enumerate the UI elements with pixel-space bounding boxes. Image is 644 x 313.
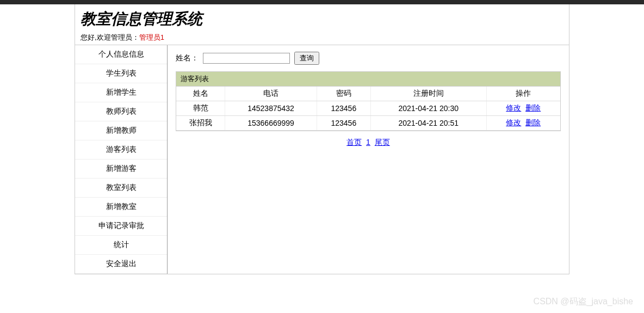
- main-area: 姓名： 查询 游客列表 姓名 电话 密码 注册时间 操作: [168, 45, 569, 274]
- sidebar-item-add-classroom[interactable]: 新增教室: [75, 198, 167, 217]
- sidebar-item-approval[interactable]: 申请记录审批: [75, 217, 167, 236]
- edit-link[interactable]: 修改: [506, 103, 521, 112]
- header: 教室信息管理系统 您好,欢迎管理员：管理员1: [75, 4, 569, 45]
- th-time: 注册时间: [370, 87, 486, 101]
- th-password: 密码: [317, 87, 370, 101]
- search-row: 姓名： 查询: [176, 52, 561, 65]
- sidebar-item-add-student[interactable]: 新增学生: [75, 83, 167, 102]
- welcome-text: 您好,欢迎管理员：管理员1: [81, 33, 564, 44]
- cell-action: 修改 删除: [486, 101, 560, 116]
- first-page-link[interactable]: 首页: [346, 138, 362, 146]
- cell-phone: 14523875432: [225, 101, 317, 116]
- th-action: 操作: [486, 87, 560, 101]
- sidebar-item-add-teacher[interactable]: 新增教师: [75, 121, 167, 140]
- table-row: 张招我 15366669999 123456 2021-04-21 20:51 …: [176, 116, 560, 131]
- table-row: 韩范 14523875432 123456 2021-04-21 20:30 修…: [176, 101, 560, 116]
- cell-time: 2021-04-21 20:51: [370, 116, 486, 131]
- table-header-row: 姓名 电话 密码 注册时间 操作: [176, 87, 560, 101]
- browser-tab-bar: [0, 0, 644, 4]
- cell-password: 123456: [317, 116, 370, 131]
- cell-phone: 15366669999: [225, 116, 317, 131]
- delete-link[interactable]: 删除: [525, 118, 541, 127]
- cell-action: 修改 删除: [486, 116, 560, 131]
- cell-name: 韩范: [176, 101, 225, 116]
- search-label: 姓名：: [176, 53, 199, 62]
- sidebar-item-classroom-list[interactable]: 教室列表: [75, 179, 167, 198]
- cell-password: 123456: [317, 101, 370, 116]
- visitor-table: 姓名 电话 密码 注册时间 操作 韩范 14523875432 123456 2: [176, 87, 560, 131]
- page-title: 教室信息管理系统: [81, 9, 564, 29]
- sidebar-item-teacher-list[interactable]: 教师列表: [75, 102, 167, 121]
- edit-link[interactable]: 修改: [506, 118, 521, 127]
- content-area: 个人信息信息 学生列表 新增学生 教师列表 新增教师 游客列表 新增游客 教室列…: [75, 45, 569, 274]
- welcome-prefix: 您好,欢迎管理员：: [81, 33, 139, 41]
- sidebar-item-statistics[interactable]: 统计: [75, 236, 167, 255]
- sidebar: 个人信息信息 学生列表 新增学生 教师列表 新增教师 游客列表 新增游客 教室列…: [75, 45, 168, 274]
- last-page-link[interactable]: 尾页: [375, 138, 390, 146]
- cell-name: 张招我: [176, 116, 225, 131]
- table-container: 游客列表 姓名 电话 密码 注册时间 操作 韩范: [176, 71, 561, 131]
- sidebar-item-personal-info[interactable]: 个人信息信息: [75, 45, 167, 64]
- delete-link[interactable]: 删除: [525, 103, 541, 112]
- search-button[interactable]: 查询: [294, 52, 319, 65]
- sidebar-item-student-list[interactable]: 学生列表: [75, 64, 167, 83]
- main-container: 教室信息管理系统 您好,欢迎管理员：管理员1 个人信息信息 学生列表 新增学生 …: [75, 4, 569, 274]
- table-title: 游客列表: [176, 72, 560, 87]
- th-phone: 电话: [225, 87, 317, 101]
- sidebar-item-add-visitor[interactable]: 新增游客: [75, 159, 167, 179]
- sidebar-item-logout[interactable]: 安全退出: [75, 255, 167, 274]
- pagination: 首页 1 尾页: [176, 138, 561, 148]
- cell-time: 2021-04-21 20:30: [370, 101, 486, 116]
- admin-name[interactable]: 管理员1: [139, 33, 164, 41]
- page-number[interactable]: 1: [366, 138, 370, 146]
- search-input[interactable]: [203, 53, 290, 64]
- th-name: 姓名: [176, 87, 225, 101]
- sidebar-item-visitor-list[interactable]: 游客列表: [75, 140, 167, 159]
